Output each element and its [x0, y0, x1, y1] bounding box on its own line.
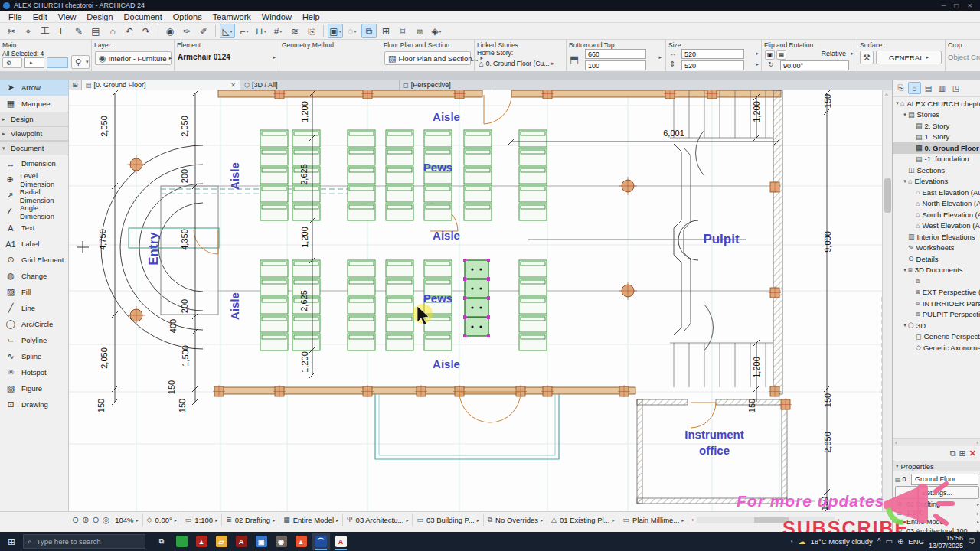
- window-controls[interactable]: ─ ▢ ✕: [942, 2, 975, 9]
- top-offset-field[interactable]: 660: [585, 49, 646, 59]
- main-combo[interactable]: ▸: [24, 57, 44, 68]
- tree-item--1-foundation[interactable]: ▤-1. foundation: [893, 154, 980, 165]
- file-explorer-icon[interactable]: ▱: [212, 533, 230, 550]
- layout-book-icon[interactable]: ▥: [936, 82, 949, 94]
- publisher-icon[interactable]: ◳: [949, 82, 962, 94]
- zoom-out-icon[interactable]: ⊖: [72, 515, 79, 525]
- tool-line[interactable]: ╱Line: [0, 300, 68, 316]
- tray-display-icon[interactable]: ▭: [886, 537, 893, 546]
- tool-text[interactable]: AText: [0, 220, 68, 236]
- floorplan-display-button[interactable]: ▨ Floor Plan and Section...▸: [384, 51, 471, 65]
- statusbar-entire-model[interactable]: ▦Entire Model▸: [279, 514, 343, 526]
- clone-folder-icon[interactable]: ⊞: [959, 448, 966, 458]
- trim-icon[interactable]: ✂: [4, 24, 19, 38]
- tool-polyline[interactable]: ⌙Polyline: [0, 332, 68, 348]
- tree-item-3d-documents[interactable]: ▾⧈3D Documents: [893, 265, 980, 276]
- favorites-icon[interactable]: ▤: [88, 24, 103, 38]
- green-app-icon[interactable]: [172, 533, 191, 550]
- statusbar-no-overrides[interactable]: ⧉No Overrides▸: [484, 514, 547, 526]
- bottom-offset-field[interactable]: 100: [585, 60, 646, 70]
- tree-item-blank[interactable]: ⧈: [893, 276, 980, 287]
- relative-label[interactable]: Relative: [821, 50, 846, 57]
- tree-item-elevations[interactable]: ▾⌂Elevations: [893, 176, 980, 187]
- action-center-icon[interactable]: 🗨: [968, 537, 975, 546]
- rotation-field[interactable]: 90.00°: [780, 60, 849, 70]
- autocad-icon[interactable]: A: [232, 533, 250, 550]
- statusbar-1-100[interactable]: ▭1:100▸: [181, 514, 222, 526]
- snap-guides-icon[interactable]: ⌐▾: [237, 24, 252, 38]
- menu-view[interactable]: View: [53, 12, 82, 21]
- tool-figure[interactable]: ▧Figure: [0, 380, 68, 396]
- statusbar-02-drafting[interactable]: ≣02 Drafting▸: [222, 514, 279, 526]
- tree-item-generic-axonometry[interactable]: ◇Generic Axonometry: [893, 342, 980, 354]
- tree-horizontal-scrollbar[interactable]: ‹›: [893, 438, 980, 446]
- relative-arrow[interactable]: ▸: [851, 51, 854, 57]
- tray-expand-icon[interactable]: ^: [877, 537, 881, 546]
- marquee-mode-icon[interactable]: ▣▾: [328, 24, 343, 38]
- task-view-icon[interactable]: ⧉: [152, 533, 171, 550]
- tool-drawing[interactable]: ⊡Drawing: [0, 396, 68, 412]
- tool-change[interactable]: ◍Change: [0, 268, 68, 284]
- size-w-arrow[interactable]: ▸: [756, 51, 759, 57]
- tool-radial-dimension[interactable]: ↗Radial Dimension: [0, 187, 68, 204]
- tree-item-sections[interactable]: ◫Sections: [893, 165, 980, 176]
- statusbar-plain-millime-[interactable]: ▭Plain Millime...▸: [619, 514, 689, 526]
- tree-item-north-elevation-aut-[interactable]: ⌂North Elevation (Aut...: [893, 198, 980, 210]
- intersect-icon[interactable]: Γ: [54, 24, 70, 38]
- photos-icon[interactable]: ▣: [252, 533, 270, 550]
- layer-button[interactable]: ◉ Interior - Furniture▸: [95, 51, 172, 65]
- tree-item-west-elevation-aut-[interactable]: ⌂West Elevation (Aut...: [893, 220, 980, 232]
- adjust-icon[interactable]: 工: [38, 24, 53, 38]
- tool-angle-dimension[interactable]: ∠Angle Dimension: [0, 204, 68, 220]
- floor-plan-canvas[interactable]: 2,0502,0501,2002004,7504,3502,6251,2006,…: [69, 90, 892, 511]
- select-icon[interactable]: ⌖: [21, 24, 36, 38]
- element-arrow[interactable]: ▸: [273, 54, 276, 60]
- menu-design[interactable]: Design: [81, 12, 118, 21]
- properties-header[interactable]: ▾ Properties: [893, 461, 980, 471]
- tool-hotspot[interactable]: ✳Hotspot: [0, 364, 68, 380]
- gravity-icon[interactable]: ≋: [287, 24, 302, 38]
- menu-teamwork[interactable]: Teamwork: [207, 12, 256, 21]
- start-button[interactable]: ⊞: [0, 536, 23, 547]
- tree-item-generic-perspective[interactable]: ◻Generic Perspective: [893, 331, 980, 343]
- surface-button[interactable]: GENERAL▸: [876, 51, 942, 64]
- toolbox-group-viewpoint[interactable]: ▸Viewpoint: [0, 126, 68, 141]
- autocad-white-icon[interactable]: A: [332, 533, 350, 550]
- element-name[interactable]: Armchair 0124: [178, 53, 230, 61]
- toolbox-group-document[interactable]: ▾Document: [0, 141, 68, 155]
- zoom-in-icon[interactable]: ⊕: [82, 515, 89, 525]
- menu-options[interactable]: Options: [168, 12, 207, 21]
- snap-points-icon[interactable]: ⊔▾: [253, 24, 269, 38]
- help-bubble-icon[interactable]: ◔: [789, 537, 793, 546]
- arrow-tool-dropdown[interactable]: ⚲▾: [71, 55, 90, 69]
- scrollbar-thumb[interactable]: [884, 178, 891, 213]
- tool-spline[interactable]: ∿Spline: [0, 348, 68, 364]
- virtual-trace-icon[interactable]: ⊞: [378, 24, 394, 38]
- tree-item-3d[interactable]: ▾⬡3D: [893, 320, 980, 331]
- acrobat-icon[interactable]: ▲: [192, 533, 211, 550]
- gimp-icon[interactable]: ◉: [272, 533, 290, 550]
- tab-overview-icon[interactable]: ⊞: [69, 80, 82, 90]
- new-viewpoint-icon[interactable]: ⧉: [950, 448, 956, 458]
- editing-plane-icon[interactable]: ⌑: [395, 24, 410, 38]
- tool-arc-circle[interactable]: ◯Arc/Circle: [0, 316, 68, 332]
- tree-item-ext-perspective-aut-[interactable]: ⧈EXT Perspective (Aut...: [893, 287, 980, 298]
- home-story-value[interactable]: ⌂ 0. Ground Floor (Cu...▸: [479, 59, 554, 68]
- view-map-icon[interactable]: ▤: [922, 82, 935, 94]
- surface-paint-button[interactable]: ⚒: [860, 51, 874, 64]
- tree-item-details[interactable]: ⊙Details: [893, 253, 980, 265]
- tree-item-0-ground-floor[interactable]: ▤0. Ground Floor: [893, 142, 980, 154]
- scroll-left-icon[interactable]: ‹: [691, 517, 694, 523]
- size-width-field[interactable]: 520: [681, 49, 744, 59]
- guide-lines-icon[interactable]: ◺▾: [220, 24, 235, 38]
- tree-item-south-elevation-au-[interactable]: ⌂South Elevation (Au...: [893, 209, 980, 220]
- tool-arrow[interactable]: ➤Arrow: [0, 80, 68, 96]
- menu-window[interactable]: Window: [256, 12, 297, 21]
- menu-document[interactable]: Document: [119, 12, 168, 21]
- menu-file[interactable]: File: [3, 12, 28, 21]
- taskbar-search[interactable]: ⌕ Type here to search: [23, 534, 145, 549]
- statusbar-01-existing-pl-[interactable]: △01 Existing Pl...▸: [547, 514, 619, 526]
- tree-item-interior-elevations[interactable]: ▥Interior Elevations: [893, 231, 980, 243]
- project-map-icon[interactable]: ⌂: [908, 82, 921, 94]
- tree-item-east-elevation-auto-[interactable]: ⌂East Elevation (Auto...: [893, 187, 980, 198]
